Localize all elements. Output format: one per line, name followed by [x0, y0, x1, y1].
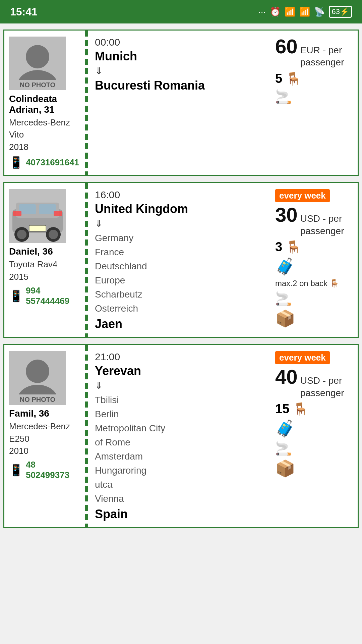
driver-phone-1[interactable]: 📱 40731691641 — [9, 156, 79, 169]
trip-stops-3: TbilisiBerlinMetropolitan Cityof RomeAms… — [95, 393, 264, 506]
luggage-icon-3: 🧳 — [275, 419, 295, 438]
trip-price-1: 60 EUR - per passenger 5 🪑 🚬 — [270, 31, 358, 175]
wifi-icon: 📡 — [314, 7, 325, 17]
every-week-badge-3: every week — [275, 351, 330, 364]
driver-phone-3[interactable]: 📱 48 502499373 — [9, 460, 80, 480]
price-label-2: USD - per passenger — [300, 213, 353, 237]
trip-arrow-3: ⇓ — [95, 380, 264, 391]
trip-arrow-1: ⇓ — [95, 65, 264, 76]
status-icons: ··· ⏰ 📶 📶 📡 63⚡ — [258, 6, 352, 18]
driver-phone-2[interactable]: 📱 994 557444469 — [9, 285, 80, 306]
card-divider-1 — [85, 31, 88, 175]
svg-rect-5 — [39, 204, 56, 214]
smoke-icon-3: 🚬 — [275, 441, 292, 457]
trip-to-3: Spain — [95, 507, 264, 521]
seat-icon-2: 🪑 — [286, 240, 301, 255]
status-bar: 15:41 ··· ⏰ 📶 📶 📡 63⚡ — [0, 0, 362, 23]
no-photo-label-1: NO PHOTO — [9, 80, 66, 90]
svg-point-0 — [26, 45, 49, 68]
trip-time-1: 00:00 — [95, 37, 264, 48]
trip-route-1: 00:00 Munich ⇓ Bucuresti Romania — [88, 31, 270, 175]
seats-row-3: 15 🪑 — [275, 402, 308, 417]
seats-row-1: 5 🪑 — [275, 71, 301, 86]
price-label-1: EUR - per passenger — [300, 44, 353, 69]
trip-price-2: every week 30 USD - per passenger 3 🪑 🧳 … — [270, 183, 358, 337]
no-photo-label-3: NO PHOTO — [9, 394, 66, 405]
seats-row-2: 3 🪑 — [275, 240, 301, 255]
trip-route-3: 21:00 Yerevan ⇓ TbilisiBerlinMetropolita… — [88, 345, 270, 527]
recliner-icon-2: 🪑 — [329, 279, 340, 288]
trip-from-2: United Kingdom — [95, 202, 264, 216]
price-label-3: USD - per passenger — [300, 375, 353, 399]
battery-icon: 63⚡ — [329, 6, 352, 18]
driver-car-1: Mercedes-Benz Vito 2018 — [9, 116, 80, 153]
trip-time-2: 16:00 — [95, 189, 264, 201]
driver-name-2: Daniel, 36 — [9, 246, 53, 257]
price-amount-1: 60 — [275, 37, 298, 57]
trip-from-3: Yerevan — [95, 364, 264, 378]
trip-stops-2: GermanyFranceDeutschlandEuropeScharbeutz… — [95, 231, 264, 316]
avatar-3: NO PHOTO — [9, 351, 66, 405]
luggage-icon-2: 🧳 — [275, 257, 295, 276]
package-icon-2: 📦 — [275, 309, 295, 328]
trip-to-1: Bucuresti Romania — [95, 78, 264, 93]
svg-point-9 — [17, 230, 26, 239]
alarm-icon: ⏰ — [270, 7, 281, 17]
trip-card-3[interactable]: NO PHOTO Famil, 36 Mercedes-Benz E250 20… — [3, 344, 359, 528]
trip-arrow-2: ⇓ — [95, 218, 264, 229]
whatsapp-icon-3: 📱 — [9, 463, 23, 477]
trip-from-1: Munich — [95, 49, 264, 63]
driver-info-1: NO PHOTO Colindeata Adrian, 31 Mercedes-… — [4, 31, 85, 175]
trip-card-2[interactable]: Daniel, 36 Toyota Rav4 2015 📱 994 557444… — [3, 182, 359, 338]
svg-rect-6 — [13, 211, 21, 216]
price-amount-3: 40 — [275, 367, 298, 387]
driver-info-2: Daniel, 36 Toyota Rav4 2015 📱 994 557444… — [4, 183, 85, 337]
driver-car-3: Mercedes-Benz E250 2010 — [9, 420, 80, 457]
status-time: 15:41 — [10, 6, 38, 18]
svg-point-11 — [49, 230, 58, 239]
max-back-label-2: max.2 on back 🪑 — [275, 279, 340, 288]
trip-price-3: every week 40 USD - per passenger 15 🪑 🧳… — [270, 345, 358, 527]
smoke-icon-2: 🚬 — [275, 291, 292, 307]
trip-route-2: 16:00 United Kingdom ⇓ GermanyFranceDeut… — [88, 183, 270, 337]
whatsapp-icon-1: 📱 — [9, 156, 23, 169]
avatar-1: NO PHOTO — [9, 37, 66, 90]
trip-time-3: 21:00 — [95, 351, 264, 363]
svg-point-13 — [26, 360, 49, 383]
signal-icon: 📶 — [285, 7, 295, 17]
svg-rect-7 — [54, 211, 62, 216]
driver-info-3: NO PHOTO Famil, 36 Mercedes-Benz E250 20… — [4, 345, 85, 527]
card-divider-3 — [85, 345, 88, 527]
driver-car-2: Toyota Rav4 2015 — [9, 258, 58, 283]
smoke-icon-1: 🚬 — [275, 89, 292, 105]
package-icon-3: 📦 — [275, 459, 295, 478]
every-week-badge-2: every week — [275, 189, 330, 202]
driver-name-3: Famil, 36 — [9, 408, 49, 419]
signal2-icon: 📶 — [299, 7, 310, 17]
menu-dots-icon: ··· — [258, 7, 266, 17]
price-amount-2: 30 — [275, 205, 298, 225]
avatar-2 — [9, 189, 66, 243]
svg-rect-12 — [29, 225, 46, 231]
seat-icon-1: 🪑 — [286, 71, 301, 86]
driver-name-1: Colindeata Adrian, 31 — [9, 94, 80, 115]
svg-rect-4 — [19, 204, 36, 214]
trip-card-1[interactable]: NO PHOTO Colindeata Adrian, 31 Mercedes-… — [3, 30, 359, 176]
card-divider-2 — [85, 183, 88, 337]
whatsapp-icon-2: 📱 — [9, 289, 23, 303]
seat-icon-3: 🪑 — [293, 402, 308, 417]
trip-to-2: Jaen — [95, 317, 264, 331]
